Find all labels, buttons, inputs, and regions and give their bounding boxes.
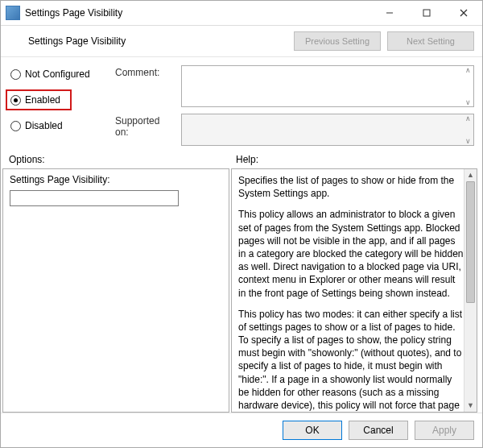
options-field-label: Settings Page Visibility: <box>10 174 222 185</box>
radio-disabled[interactable]: Disabled <box>9 118 107 133</box>
radio-label: Disabled <box>25 120 63 131</box>
comment-input[interactable]: ∧∨ <box>181 65 474 107</box>
state-radio-group: Not Configured Enabled Disabled <box>9 65 107 146</box>
cancel-button[interactable]: Cancel <box>349 421 408 440</box>
policy-name: Settings Page Visibility <box>28 35 126 47</box>
scroll-down-icon[interactable]: ▼ <box>464 400 477 412</box>
policy-icon <box>9 35 22 48</box>
help-panel: Specifies the list of pages to show or h… <box>231 168 477 413</box>
radio-icon <box>10 121 21 131</box>
scroll-up-icon[interactable]: ▲ <box>464 169 477 181</box>
scrollbar[interactable]: ∧∨ <box>462 66 473 106</box>
close-button[interactable] <box>445 1 482 25</box>
radio-label: Enabled <box>25 94 60 106</box>
help-text: This policy has two modes: it can either… <box>238 308 464 413</box>
apply-button[interactable]: Apply <box>415 421 474 440</box>
dialog-footer: OK Cancel Apply <box>1 413 482 447</box>
radio-enabled[interactable]: Enabled <box>6 89 72 110</box>
help-scrollbar[interactable]: ▲ ▼ <box>464 169 477 412</box>
options-panel: Settings Page Visibility: <box>2 168 229 413</box>
radio-label: Not Configured <box>25 68 90 80</box>
ok-button[interactable]: OK <box>283 421 342 440</box>
settings-page-visibility-input[interactable] <box>10 190 179 206</box>
policy-header: Settings Page Visibility Previous Settin… <box>1 26 482 57</box>
svg-rect-1 <box>423 10 430 16</box>
window-title: Settings Page Visibility <box>25 7 122 19</box>
help-text: Specifies the list of pages to show or h… <box>238 174 464 200</box>
supported-on-box: ∧∨ <box>181 114 474 146</box>
scroll-thumb[interactable] <box>466 181 475 303</box>
radio-icon <box>10 95 21 106</box>
radio-not-configured[interactable]: Not Configured <box>9 67 107 81</box>
scrollbar[interactable]: ∧∨ <box>462 114 473 145</box>
title-bar: Settings Page Visibility <box>1 1 482 26</box>
help-section-label: Help: <box>236 154 474 165</box>
comment-label: Comment: <box>115 65 175 78</box>
previous-setting-button[interactable]: Previous Setting <box>294 31 381 51</box>
app-icon <box>6 6 20 20</box>
radio-icon <box>10 69 21 80</box>
options-section-label: Options: <box>9 154 236 165</box>
minimize-button[interactable] <box>371 1 408 25</box>
supported-on-label: Supported on: <box>115 114 175 138</box>
help-text: This policy allows an administrator to b… <box>238 208 464 299</box>
maximize-button[interactable] <box>408 1 445 25</box>
next-setting-button[interactable]: Next Setting <box>387 31 474 51</box>
